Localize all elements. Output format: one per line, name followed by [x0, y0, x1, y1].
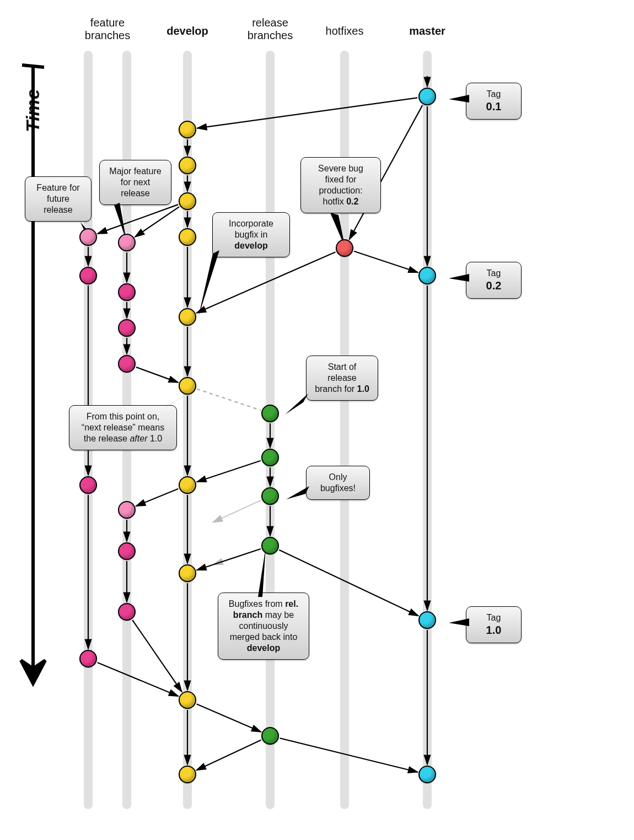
commit-r4 — [261, 537, 279, 554]
svg-line-45 — [98, 663, 179, 696]
tag-10: Tag1.0 — [466, 606, 522, 643]
commit-d10 — [179, 766, 196, 783]
commit-f2 — [79, 267, 97, 284]
commit-m1 — [418, 88, 436, 105]
callout-only-bugfixes: Only bugfixes! — [306, 466, 370, 500]
callout-major-feature: Major feature for next release — [99, 160, 171, 205]
commit-d9 — [179, 691, 196, 709]
commit-g2 — [118, 283, 136, 301]
svg-line-31 — [197, 461, 261, 482]
svg-line-48 — [196, 740, 261, 771]
callout-incorporate-bugfix: Incorporate bugfix in develop — [212, 212, 290, 257]
svg-line-44 — [132, 620, 182, 692]
svg-line-9 — [197, 98, 417, 128]
svg-line-16 — [135, 207, 179, 237]
svg-line-40 — [136, 489, 179, 506]
callout-next-release: From this point on, “next release” means… — [69, 405, 177, 450]
commit-f1 — [79, 228, 97, 246]
commit-r5 — [261, 727, 279, 745]
commit-d2 — [179, 157, 196, 174]
tag-01: Tag0.1 — [466, 83, 522, 120]
commit-g3 — [118, 319, 136, 337]
commit-r1 — [261, 405, 279, 422]
commit-r3 — [261, 487, 279, 505]
commit-g1 — [118, 234, 136, 251]
commit-g4 — [118, 355, 136, 373]
commit-m3 — [418, 611, 436, 629]
callout-merge-back: Bugfixes from rel. branch may be continu… — [218, 593, 309, 660]
commit-d5 — [179, 308, 196, 326]
commit-h1 — [336, 239, 353, 257]
svg-line-7 — [22, 65, 44, 67]
commit-g5 — [118, 501, 136, 519]
commit-g6 — [118, 542, 136, 560]
commit-r2 — [261, 449, 279, 466]
svg-line-46 — [197, 704, 261, 732]
svg-line-32 — [213, 500, 261, 522]
tag-02: Tag0.2 — [466, 262, 522, 299]
commit-m2 — [418, 267, 436, 284]
gitflow-diagram: Time featurebranches develop releasebran… — [0, 0, 634, 840]
commit-d7 — [179, 476, 196, 494]
svg-line-27 — [197, 389, 261, 411]
svg-line-22 — [354, 251, 418, 273]
commit-d6 — [179, 377, 196, 395]
callout-future-feature: Feature for future release — [25, 176, 92, 222]
svg-line-26 — [136, 367, 178, 383]
commit-m4 — [418, 766, 436, 783]
commit-g7 — [118, 603, 136, 621]
commit-d4 — [179, 228, 196, 246]
commit-f4 — [79, 650, 97, 667]
commit-d3 — [179, 192, 196, 210]
commit-d8 — [179, 564, 196, 582]
commit-f3 — [79, 476, 97, 494]
commit-d1 — [179, 121, 196, 138]
callout-severe-bug: Severe bug fixed for production: hotfix … — [300, 157, 381, 213]
callout-start-release: Start of release branch for 1.0 — [306, 356, 378, 401]
